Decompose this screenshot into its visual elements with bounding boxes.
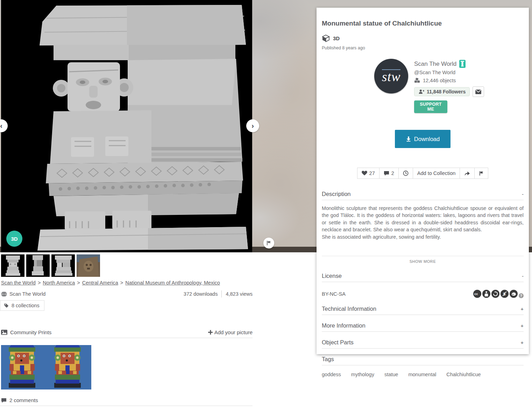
more-information-label: More Information [322,322,366,329]
report-photo-button[interactable] [263,238,274,248]
tag-statue[interactable]: statue [384,372,398,377]
add-your-picture-button[interactable]: Add your picture [208,329,253,335]
tag-monumental[interactable]: monumental [408,372,436,377]
license-section-header[interactable]: License - [322,273,524,282]
cc-sa-icon[interactable] [491,290,499,298]
description-paragraph: Monolithic sculpture that represents the… [322,205,524,233]
tags-section-header: Tags [322,356,524,365]
cc-by-icon[interactable] [482,290,490,298]
expand-plus-icon[interactable]: + [520,306,524,312]
tag-goddess[interactable]: goddess [322,372,341,377]
community-prints-title: Community Prints [10,329,51,335]
object-type-label: 3D [333,35,340,41]
comment-icon [384,171,389,176]
thumbnail-front-view[interactable] [1,254,24,277]
collections-button[interactable]: 8 collections [0,300,44,311]
creator-name-link[interactable]: Scan The World [414,61,456,68]
comments-button[interactable]: 2 [380,168,399,179]
collapse-minus-icon[interactable]: - [522,191,524,197]
thumbnail-side-view[interactable] [26,254,50,277]
object-detail-card: Monumental statue of Chalchiuhtlicue 3D … [317,8,529,354]
page: 3D ‹ › [0,0,532,407]
license-help-icon[interactable]: ? [519,293,524,298]
cc-nc-icon[interactable]: $ [501,290,509,298]
divider [0,406,253,406]
share-button[interactable] [460,168,475,179]
chevron-left-icon: ‹ [0,122,2,130]
report-button[interactable] [475,168,488,179]
more-information-section[interactable]: More Information + [322,322,524,332]
follow-button[interactable]: 11,848 Followers [414,87,470,96]
download-arrow-icon [406,136,411,142]
message-button[interactable] [473,86,484,97]
cc-remix-icon[interactable] [510,290,518,298]
object-type-row: 3D [322,34,524,42]
add-your-picture-label: Add your picture [214,329,253,335]
add-to-collection-button[interactable]: Add to Collection [413,168,460,179]
creator-handle: @Scan The World [414,70,484,75]
description-heading: Description [322,191,351,197]
breadcrumb-link-north-america[interactable]: North America [43,280,75,286]
globe-icon [1,291,7,297]
divider [0,338,253,338]
license-value: BY-NC-SA [322,291,346,297]
comments-link[interactable]: 2 comments [1,397,38,403]
license-heading: License [322,273,342,279]
avatar-logo-text: stw [382,69,401,83]
technical-information-section[interactable]: Technical Information + [322,306,524,315]
download-button[interactable]: Download [395,130,451,148]
verified-column-badge-icon [459,60,466,68]
envelope-icon [475,90,481,94]
creator-profile: stw Scan The World @Scan The World [374,59,524,113]
add-to-collection-label: Add to Collection [417,170,456,176]
owner-link[interactable]: Scan The World [1,291,45,297]
stats-divider [221,290,222,297]
like-button[interactable]: 27 [357,168,380,179]
likes-count: 27 [369,170,375,176]
object-parts-section[interactable]: Object Parts + [322,339,524,349]
plus-icon [208,330,213,335]
thumbnail-strip [1,254,100,277]
stats-row: Scan The World 372 downloads 4,823 views [1,290,253,297]
page-title: Monumental statue of Chalchiuhtlicue [322,20,524,27]
breadcrumb-link-central-america[interactable]: Central America [82,280,118,286]
tag-chalchiuhtlicue[interactable]: Chalchiuhtlicue [446,372,481,377]
view-3d-button[interactable]: 3D [6,231,22,247]
tag-mythology[interactable]: mythology [351,372,374,377]
flag-icon [266,240,271,246]
objects-cubes-icon [414,78,420,83]
published-date: Published 8 years ago [322,45,524,50]
chevron-right-icon: › [251,122,254,130]
flag-icon [479,171,484,176]
action-bar: 27 2 Add to Collection [357,168,489,179]
svg-text:cc: cc [474,292,478,296]
expand-plus-icon[interactable]: + [520,339,524,345]
tags-row: goddess mythology statue monumental Chal… [322,372,524,377]
support-me-button[interactable]: SUPPORT ME [414,100,447,113]
print-time-button[interactable] [399,168,413,179]
technical-information-label: Technical Information [322,306,376,312]
breadcrumb-separator: > [38,280,41,286]
thumbnail-museum-photo[interactable] [77,254,100,277]
objects-count: 12,446 objects [423,78,456,83]
breadcrumb-link-museum[interactable]: National Museum of Anthropology, Mexico [125,280,220,286]
downloads-count: 372 downloads [184,291,218,297]
show-more-button[interactable]: SHOW MORE [322,256,524,264]
license-row: BY-NC-SA cc $ ? [322,290,524,298]
description-section-header[interactable]: Description - [322,191,524,200]
community-print-photo[interactable] [1,345,91,390]
creator-avatar[interactable]: stw [374,59,408,93]
next-image-button[interactable]: › [246,119,259,132]
comments-count: 2 comments [9,397,38,403]
model-viewer[interactable]: 3D [1,0,252,252]
thumbnail-angle-view[interactable] [51,254,75,277]
collapse-minus-icon[interactable]: - [522,273,524,279]
expand-plus-icon[interactable]: + [520,323,524,329]
object-parts-label: Object Parts [322,339,354,346]
cc-icon[interactable]: cc [473,290,481,298]
license-icons: cc $ ? [473,290,524,298]
breadcrumb-separator: > [120,280,123,286]
comment-icon [1,398,7,403]
share-icon [464,171,470,176]
breadcrumb-link-scan-the-world[interactable]: Scan the World [1,280,36,286]
